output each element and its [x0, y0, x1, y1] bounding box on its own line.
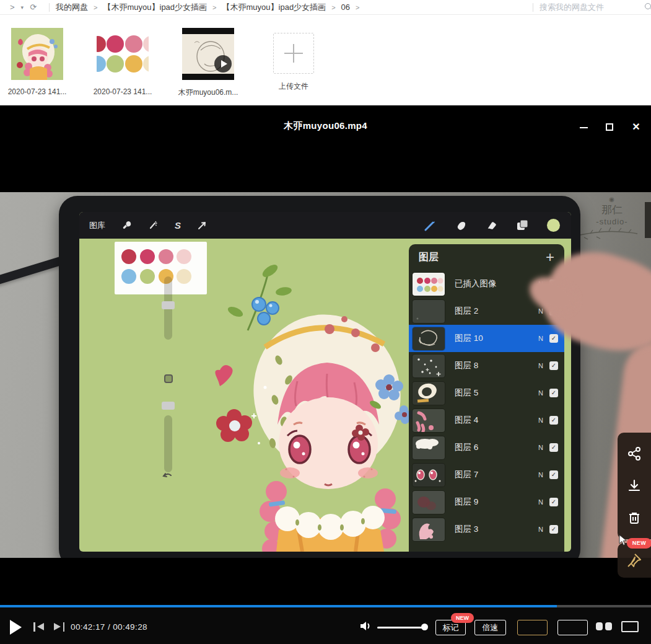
file-item-image2[interactable]: 2020-07-23 141...	[85, 15, 160, 105]
layer-name: 图层 6	[455, 442, 478, 453]
blend-mode-badge[interactable]: N	[538, 498, 543, 506]
layer-name: 图层 3	[455, 524, 478, 535]
layer-row[interactable]: 图层 3 N ✓	[409, 516, 564, 543]
smudge-icon[interactable]	[455, 220, 467, 231]
layer-row[interactable]: 图层 8 N ✓	[409, 352, 564, 379]
volume-slider[interactable]	[377, 627, 426, 629]
refresh-icon[interactable]: ⟳	[30, 2, 37, 12]
blend-mode-badge[interactable]: N	[538, 335, 543, 342]
girl-illustration-mini	[11, 28, 63, 80]
layer-name: 已插入图像	[455, 278, 497, 289]
image-thumbnail-palette[interactable]	[97, 28, 149, 80]
adjustments-wand-icon[interactable]	[148, 220, 159, 231]
procreate-screen[interactable]: 图库 S	[79, 212, 571, 552]
layer-thumbnail	[413, 327, 445, 350]
breadcrumb-item-folder1[interactable]: 【木丣muyou】ipad少女插画	[103, 2, 207, 13]
close-button[interactable]: ✕	[629, 121, 644, 134]
layer-row[interactable]: 图层 7 N ✓	[409, 461, 564, 488]
upload-button[interactable]	[273, 33, 314, 74]
layer-visibility-checkbox[interactable]: ✓	[549, 361, 558, 370]
previous-icon[interactable]	[33, 622, 47, 632]
transform-arrow-icon[interactable]	[197, 220, 208, 231]
wrench-icon[interactable]	[121, 220, 132, 231]
modify-button[interactable]	[164, 374, 173, 383]
trash-icon[interactable]	[627, 511, 642, 526]
maximize-button[interactable]	[603, 121, 618, 134]
layer-visibility-checkbox[interactable]: ✓	[549, 470, 558, 479]
layer-row[interactable]: 图层 9 N ✓	[409, 488, 564, 516]
volume-knob[interactable]	[421, 624, 428, 630]
breadcrumb-item-folder2[interactable]: 【木丣muyou】ipad少女插画	[222, 2, 326, 13]
forward-icon[interactable]: >	[10, 2, 15, 12]
blend-mode-badge[interactable]: N	[538, 444, 543, 451]
dark-object	[645, 202, 651, 238]
blend-mode-badge[interactable]: N	[538, 526, 543, 533]
layer-row[interactable]: 图层 6 N ✓	[409, 434, 564, 461]
layer-visibility-checkbox[interactable]: ✓	[549, 334, 558, 343]
active-color-swatch[interactable]	[547, 219, 560, 232]
layer-row[interactable]: 图层 5 N ✓	[409, 379, 564, 407]
layers-icon[interactable]	[516, 219, 528, 231]
breadcrumb-separator: >	[331, 4, 335, 11]
minimize-button[interactable]	[577, 121, 592, 134]
layer-thumbnail	[413, 518, 445, 541]
breadcrumb-item-root[interactable]: 我的网盘	[56, 2, 88, 13]
doodle-eye: ◉	[578, 196, 646, 203]
cloud-drive-app: > ▾ ⟳ 我的网盘 > 【木丣muyou】ipad少女插画 > 【木丣muyo…	[0, 0, 651, 644]
opacity-handle[interactable]	[162, 402, 175, 410]
divider	[49, 3, 50, 12]
file-item-image1[interactable]: 2020-07-23 141...	[0, 15, 74, 105]
selection-icon[interactable]: S	[175, 220, 181, 231]
eraser-icon[interactable]	[486, 220, 497, 231]
layer-thumbnail	[413, 491, 445, 514]
search-icon[interactable]	[645, 3, 651, 12]
file-name[interactable]: 2020-07-23 141...	[8, 87, 67, 96]
layers-title: 图层	[419, 251, 439, 264]
blend-mode-badge[interactable]: N	[538, 307, 543, 315]
image-thumbnail-girl[interactable]	[11, 28, 63, 80]
fullscreen-icon[interactable]	[621, 621, 639, 632]
quality-button[interactable]	[517, 620, 548, 635]
layer-visibility-checkbox[interactable]: ✓	[549, 416, 558, 425]
layer-visibility-checkbox[interactable]: ✓	[549, 389, 558, 397]
pin-icon[interactable]	[626, 552, 642, 568]
brush-size-handle[interactable]	[162, 301, 175, 309]
dropdown-caret-icon[interactable]: ▾	[21, 4, 24, 11]
breadcrumb-item-folder3[interactable]: 06	[341, 2, 350, 12]
audio-track-icon[interactable]	[596, 622, 614, 631]
layer-row[interactable]: 图层 4 N ✓	[409, 407, 564, 434]
file-item-video[interactable]: 木丣muyou06.m...	[171, 15, 245, 105]
blend-mode-badge[interactable]: N	[538, 417, 543, 424]
video-content[interactable]: ◉ 那仁 -studio- 图库	[0, 192, 651, 558]
sketch-mini	[182, 28, 234, 80]
layer-visibility-checkbox[interactable]: ✓	[549, 498, 558, 506]
add-layer-icon[interactable]: +	[546, 251, 554, 263]
next-icon[interactable]	[51, 622, 64, 632]
layer-visibility-checkbox[interactable]: ✓	[549, 443, 558, 452]
search-zone: 搜索我的网盘文件	[526, 2, 651, 13]
layer-visibility-checkbox[interactable]: ✓	[549, 525, 558, 534]
download-icon[interactable]	[627, 479, 642, 493]
undo-icon[interactable]	[162, 471, 174, 482]
search-input[interactable]: 搜索我的网盘文件	[540, 2, 645, 13]
speed-button[interactable]: 倍速	[474, 620, 506, 635]
layer-name: 图层 4	[455, 415, 478, 426]
upload-item[interactable]: 上传文件	[256, 15, 331, 105]
volume-icon[interactable]	[359, 620, 373, 632]
blend-mode-badge[interactable]: N	[538, 362, 543, 369]
blend-mode-badge[interactable]: N	[538, 471, 543, 479]
gallery-button[interactable]: 图库	[89, 220, 105, 231]
play-button[interactable]	[10, 620, 22, 635]
layer-name: 图层 8	[455, 360, 478, 371]
layer-thumbnail	[413, 355, 445, 377]
file-name[interactable]: 木丣muyou06.m...	[178, 87, 238, 98]
opacity-slider[interactable]	[164, 415, 172, 472]
file-name[interactable]: 2020-07-23 141...	[94, 87, 152, 96]
share-icon[interactable]	[627, 446, 642, 461]
layer-row-selected[interactable]: 图层 10 N ✓	[409, 325, 564, 352]
video-thumbnail[interactable]	[182, 28, 234, 80]
divider	[533, 3, 533, 12]
brush-icon[interactable]	[424, 220, 437, 231]
extra-button[interactable]	[557, 620, 588, 635]
blend-mode-badge[interactable]: N	[538, 389, 543, 397]
